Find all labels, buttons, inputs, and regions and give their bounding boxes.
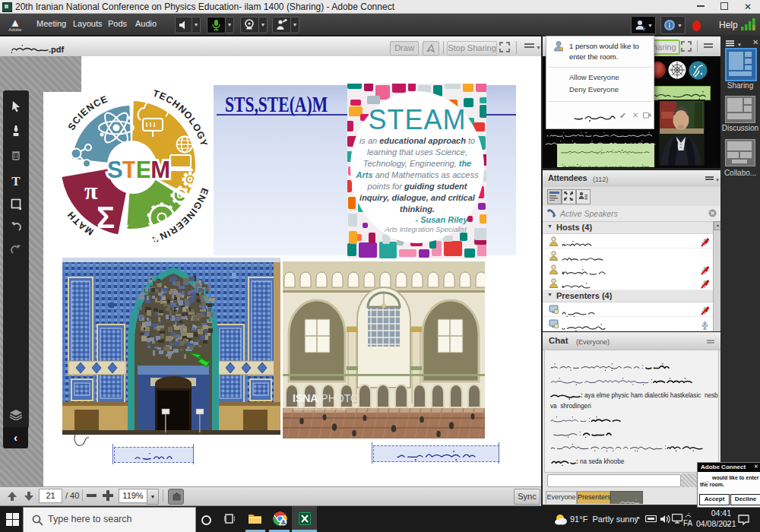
svg-text:Technology, Engineering, the: Technology, Engineering, the <box>363 159 471 168</box>
svg-text:is an educational approach to: is an educational approach to <box>359 136 475 145</box>
svg-text:Mohammad Amin Ansari: Mohammad Amin Ansari <box>293 406 347 411</box>
svg-text:- Susan Riley: - Susan Riley <box>415 215 468 224</box>
svg-text:inquiry, dialogue, and critica: inquiry, dialogue, and critical <box>359 193 476 202</box>
svg-text:Arts Integration Specialist: Arts Integration Specialist <box>384 225 467 233</box>
svg-text:learning that uses Science,: learning that uses Science, <box>367 147 467 157</box>
svg-text:Arts and Mathematics as access: Arts and Mathematics as access <box>356 170 479 179</box>
svg-text:STEM: STEM <box>107 157 169 183</box>
svg-text:%: % <box>119 223 131 237</box>
svg-text:Σ: Σ <box>97 201 115 234</box>
svg-text:thinking.: thinking. <box>400 204 435 214</box>
svg-text:ISNA PHOTO: ISNA PHOTO <box>293 392 359 404</box>
svg-text:STEAM: STEAM <box>368 104 466 135</box>
svg-text:points for guiding student: points for guiding student <box>367 182 468 191</box>
